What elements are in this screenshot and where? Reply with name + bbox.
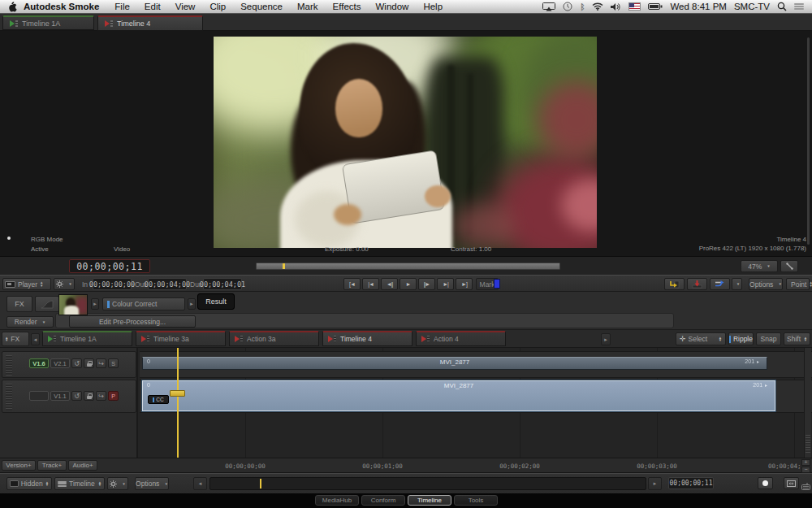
dur-timecode-field[interactable]: 00;00;04;01: [203, 278, 242, 290]
track-patch-left[interactable]: V1.6: [29, 358, 49, 368]
scrubber-playhead[interactable]: [283, 263, 285, 269]
menu-edit[interactable]: Edit: [145, 2, 161, 11]
scroll-left-button[interactable]: ◄: [193, 477, 207, 490]
timeline-scrollbar[interactable]: [209, 477, 646, 490]
step-forward-button[interactable]: ||►: [418, 278, 435, 290]
track-patch-left[interactable]: [29, 391, 49, 401]
input-language-flag-icon[interactable]: [628, 2, 641, 11]
track-route-button[interactable]: ↪: [96, 391, 106, 401]
track-sync-button[interactable]: ↺: [71, 358, 82, 368]
track-drag-handle[interactable]: [6, 355, 12, 376]
menubar-clock[interactable]: Wed 8:41 PM: [670, 2, 726, 11]
in-timecode-field[interactable]: 00;00;00;00: [93, 278, 132, 290]
airplay-icon[interactable]: [542, 2, 555, 11]
timeline-tab-timeline-4[interactable]: Timeline 4: [322, 331, 412, 346]
audio-add-button[interactable]: Audio+: [68, 460, 97, 471]
tab-scroll-left-button[interactable]: ◄: [31, 333, 40, 345]
pan-tool-button[interactable]: [780, 260, 798, 272]
track-patch-right[interactable]: V2.1: [50, 358, 70, 368]
select-tool-dropdown[interactable]: ✛ Select: [676, 332, 726, 345]
notification-center-icon[interactable]: [794, 3, 804, 10]
menu-mark[interactable]: Mark: [297, 2, 318, 11]
previous-edit-button[interactable]: |◄: [362, 278, 379, 290]
current-timecode[interactable]: 00;00;00;11: [69, 259, 150, 273]
point-mode-stepper[interactable]: Point: [786, 278, 810, 290]
playhead-handle[interactable]: [170, 390, 185, 397]
track-route-button[interactable]: ↪: [96, 358, 106, 368]
play-button[interactable]: ►: [400, 278, 417, 290]
timeline-playhead[interactable]: [177, 348, 179, 458]
tab-timeline[interactable]: Timeline: [408, 495, 451, 506]
timeline-clip-v1-selected[interactable]: 0 MVI_2877 201 CC: [142, 380, 775, 411]
menu-clip[interactable]: Clip: [209, 2, 226, 11]
menu-file[interactable]: File: [114, 2, 130, 11]
bluetooth-icon[interactable]: ᛒ: [580, 2, 585, 11]
fx-button[interactable]: FX: [6, 296, 32, 312]
time-machine-icon[interactable]: [563, 2, 572, 11]
view-mode-dropdown[interactable]: Timeline: [54, 477, 105, 490]
result-tab[interactable]: Result: [197, 293, 235, 310]
playback-mode-button[interactable]: [710, 278, 730, 290]
menu-view[interactable]: View: [175, 2, 196, 11]
pipeline-arrow-button[interactable]: ►: [188, 298, 196, 310]
timeline-options-dropdown[interactable]: Options: [135, 477, 169, 490]
step-back-button[interactable]: ◄||: [381, 278, 398, 290]
menubar-user[interactable]: SMC-TV: [734, 2, 770, 11]
timeline-tab-action-3a[interactable]: Action 3a: [229, 331, 319, 346]
ripple-toggle[interactable]: Ripple: [728, 332, 754, 345]
track-solo-button[interactable]: S: [108, 358, 119, 368]
timeline-clip-v2[interactable]: 0 MVI_2877 201: [142, 357, 767, 370]
hidden-tracks-dropdown[interactable]: Hidden: [6, 477, 52, 490]
app-menu-title[interactable]: Autodesk Smoke: [24, 2, 99, 11]
pipeline-arrow-button[interactable]: ►: [91, 298, 99, 310]
tab-mediahub[interactable]: MediaHub: [315, 495, 359, 506]
fx-collapse-stepper[interactable]: FX: [2, 332, 29, 346]
render-dropdown[interactable]: Render: [6, 316, 54, 328]
timeline-tab-action-4[interactable]: Action 4: [416, 331, 506, 346]
track-lock-button[interactable]: [84, 358, 94, 368]
timeline-settings-dropdown[interactable]: [107, 477, 128, 490]
player-settings-dropdown[interactable]: [54, 278, 75, 290]
playback-options-dropdown[interactable]: [732, 278, 742, 290]
goto-start-button[interactable]: [◄: [343, 278, 361, 290]
colour-correct-badge[interactable]: CC: [148, 395, 169, 404]
zoom-out-button[interactable]: −: [801, 467, 810, 473]
timeline-tab-timeline-1a[interactable]: Timeline 1A: [42, 331, 132, 346]
edit-preprocessing-button[interactable]: Edit Pre-Processing...: [69, 315, 196, 328]
video-frame[interactable]: [214, 37, 597, 248]
timeline-position-marker[interactable]: [260, 479, 261, 488]
version-add-button[interactable]: Version+: [2, 460, 36, 471]
track-protect-button[interactable]: P: [108, 391, 119, 401]
player-mode-dropdown[interactable]: Player: [2, 278, 51, 290]
track-add-button[interactable]: Track+: [37, 460, 67, 471]
menu-sequence[interactable]: Sequence: [240, 2, 283, 11]
tab-conform[interactable]: Conform: [361, 495, 405, 506]
out-timecode-field[interactable]: 00;00;04;00: [148, 278, 187, 290]
spotlight-search-icon[interactable]: [777, 2, 787, 11]
goto-end-button[interactable]: ►]: [456, 278, 473, 290]
viewer-scrollbar[interactable]: [807, 37, 810, 245]
next-edit-button[interactable]: ►|: [437, 278, 454, 290]
menu-help[interactable]: Help: [423, 2, 443, 11]
tab-tools[interactable]: Tools: [454, 495, 498, 506]
snap-toggle[interactable]: Snap: [756, 332, 781, 345]
fullscreen-button[interactable]: [784, 477, 799, 489]
tab-scroll-right-button[interactable]: ►: [601, 333, 611, 345]
positioner-timecode[interactable]: 00;00;00;11: [668, 477, 714, 489]
wifi-icon[interactable]: [592, 2, 603, 11]
timeline-tab-timeline-3a[interactable]: Timeline 3a: [136, 331, 226, 346]
track-lock-button[interactable]: [84, 391, 94, 401]
fx-curve-button[interactable]: [35, 296, 59, 312]
colour-correct-button[interactable]: Colour Correct: [102, 297, 185, 310]
track-patch-right[interactable]: V1.1: [50, 391, 70, 401]
viewer-tab-timeline-1a[interactable]: Timeline 1A: [2, 15, 94, 30]
scroll-right-button[interactable]: ►: [648, 477, 662, 490]
loop-mode-button[interactable]: [664, 278, 685, 290]
player-options-dropdown[interactable]: Options: [749, 278, 783, 290]
zoom-in-button[interactable]: +: [801, 459, 810, 466]
zoom-level-dropdown[interactable]: 47%: [741, 260, 778, 272]
battery-icon[interactable]: [648, 2, 663, 11]
track-drag-handle[interactable]: [6, 384, 12, 410]
viewer-scrubber[interactable]: [256, 263, 560, 270]
viewer-tab-timeline-4[interactable]: Timeline 4: [97, 15, 203, 31]
